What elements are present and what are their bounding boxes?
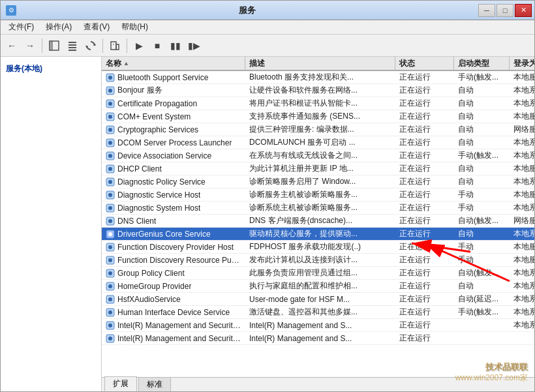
service-startup: 手动(触发... — [454, 149, 510, 162]
table-row[interactable]: Function Discovery Resource Publi...发布此计… — [102, 254, 534, 267]
table-row[interactable]: Bluetooth Support ServiceBluetooth 服务支持发… — [102, 71, 534, 84]
table-row[interactable]: HomeGroup Provider执行与家庭组的配置和维护相...正在运行自动… — [102, 280, 534, 293]
table-row[interactable]: Function Discovery Provider HostFDPHOST … — [102, 241, 534, 254]
service-icon — [106, 99, 115, 108]
tab-standard[interactable]: 标准 — [138, 377, 171, 391]
tree-view-button[interactable] — [64, 37, 81, 54]
service-startup: 自动 — [454, 84, 510, 97]
service-startup — [454, 319, 510, 331]
service-icon — [106, 151, 115, 160]
service-startup: 手动 — [454, 202, 510, 214]
table-row[interactable]: DHCP Client为此计算机注册并更新 IP 地...正在运行自动本地服务 — [102, 162, 534, 175]
table-row[interactable]: Cryptographic Services提供三种管理服务: 编录数据...正… — [102, 123, 534, 136]
service-desc: DNS 客户端服务(dnscache)... — [245, 215, 395, 227]
menu-file[interactable]: 文件(F) — [3, 20, 39, 34]
menu-help[interactable]: 帮助(H) — [116, 20, 153, 34]
service-status: 正在运行 — [395, 149, 454, 162]
service-startup: 自动 — [454, 136, 510, 149]
service-login: 本地系统 — [510, 202, 534, 214]
service-icon — [106, 138, 115, 147]
svg-point-38 — [108, 245, 112, 249]
svg-point-52 — [108, 337, 112, 340]
service-login: 本地系统 — [510, 84, 534, 97]
close-button[interactable]: ✕ — [515, 4, 532, 17]
service-desc: 发布此计算机以及连接到该计... — [245, 254, 395, 266]
restart-button[interactable]: ▮▶ — [185, 37, 202, 54]
table-row[interactable]: DCOM Server Process LauncherDCOMLAUNCH 服… — [102, 136, 534, 149]
title-bar: ⚙ 服务 ─ □ ✕ — [1, 1, 534, 20]
service-login: 本地服务 — [510, 254, 534, 266]
service-startup: 自动 — [454, 228, 510, 240]
table-row[interactable]: Certificate Propagation将用户证书和根证书从智能卡...正… — [102, 97, 534, 110]
stop-button[interactable]: ■ — [149, 37, 166, 54]
service-login: 本地服务 — [510, 71, 534, 83]
service-startup: 自动(触发... — [454, 267, 510, 279]
service-desc: 此服务负责应用管理员通过组... — [245, 267, 395, 279]
table-row[interactable]: Diagnostic Service Host诊断服务主机被诊断策略服务...正… — [102, 188, 534, 202]
show-hide-button[interactable] — [46, 37, 63, 54]
menu-action[interactable]: 操作(A) — [40, 20, 77, 34]
svg-rect-4 — [69, 47, 76, 48]
service-icon — [106, 190, 115, 200]
table-row[interactable]: Diagnostic System Host诊断系统主机被诊断策略服务...正在… — [102, 202, 534, 215]
table-row[interactable]: Group Policy Client此服务负责应用管理员通过组...正在运行自… — [102, 267, 534, 280]
window-title: 服务 — [16, 5, 478, 16]
service-icon — [106, 112, 115, 121]
app-icon: ⚙ — [6, 5, 16, 16]
table-row[interactable]: Bonjour 服务让硬件设备和软件服务在网络...正在运行自动本地系统 — [102, 84, 534, 97]
service-desc: Intel(R) Management and S... — [245, 332, 395, 344]
svg-point-12 — [108, 76, 112, 80]
sidebar: 服务(本地) — [1, 57, 102, 391]
minimize-button[interactable]: ─ — [478, 4, 495, 17]
service-startup: 自动 — [454, 97, 510, 110]
service-name: Group Policy Client — [117, 269, 185, 278]
col-header-login[interactable]: 登录为 — [510, 57, 534, 70]
pause-button[interactable]: ▮▮ — [167, 37, 184, 54]
menu-view[interactable]: 查看(V) — [78, 20, 115, 34]
service-login: 本地系统 — [510, 149, 534, 162]
service-name: DNS Client — [117, 217, 156, 226]
export-button[interactable] — [106, 37, 123, 54]
maximize-button[interactable]: □ — [497, 4, 513, 17]
service-status: 正在运行 — [395, 136, 454, 149]
service-icon — [106, 217, 115, 226]
table-row[interactable]: Diagnostic Policy Service诊断策略服务启用了 Windo… — [102, 175, 534, 188]
table-row[interactable]: COM+ Event System支持系统事件通知服务 (SENS...正在运行… — [102, 110, 534, 123]
play-button[interactable]: ▶ — [130, 37, 147, 54]
table-row[interactable]: Human Interface Device Service激活键盘、遥控器和其… — [102, 306, 534, 319]
svg-rect-5 — [69, 50, 76, 51]
table-row[interactable]: Intel(R) Management and Security ...Inte… — [102, 319, 534, 332]
table-row[interactable]: Device Association Service在系统与有线或无线设备之间.… — [102, 149, 534, 162]
service-status: 正在运行 — [395, 293, 454, 305]
sidebar-item-local[interactable]: 服务(本地) — [3, 62, 99, 76]
service-name: Diagnostic Policy Service — [117, 177, 206, 187]
col-header-name[interactable]: 名称 ▲ — [102, 57, 245, 70]
back-button[interactable]: ← — [3, 37, 20, 54]
service-name: DHCP Client — [117, 164, 162, 173]
service-icon — [106, 204, 115, 213]
col-header-startup[interactable]: 启动类型 — [454, 57, 510, 70]
service-desc: DCOMLAUNCH 服务可启动 ... — [245, 136, 395, 149]
table-row[interactable]: DriverGenius Core Service驱动精灵核心服务，提供驱动..… — [102, 228, 534, 241]
table-row[interactable]: HsfXAudioServiceUser-mode gate for HSF M… — [102, 293, 534, 306]
col-header-desc[interactable]: 描述 — [245, 57, 395, 70]
svg-point-14 — [108, 89, 112, 93]
tab-extended[interactable]: 扩展 — [104, 376, 137, 391]
col-header-status[interactable]: 状态 — [395, 57, 454, 70]
table-row[interactable]: Intel(R) Management and Security ...Inte… — [102, 332, 534, 345]
service-login: 本地系统 — [510, 293, 534, 305]
toolbar: ← → — [1, 35, 534, 57]
refresh-button[interactable] — [82, 37, 99, 54]
service-icon — [106, 73, 115, 82]
service-status: 正在运行 — [395, 71, 454, 83]
service-login: 本地系统 — [510, 280, 534, 292]
sort-arrow-name: ▲ — [123, 60, 129, 67]
service-status: 正在运行 — [395, 175, 454, 188]
service-name: HomeGroup Provider — [117, 282, 191, 291]
service-status: 正在运行 — [395, 202, 454, 214]
forward-button[interactable]: → — [22, 37, 38, 54]
table-row[interactable]: DNS ClientDNS 客户端服务(dnscache)...正在运行自动(触… — [102, 215, 534, 228]
table-body[interactable]: Bluetooth Support ServiceBluetooth 服务支持发… — [102, 71, 534, 377]
service-desc: 提供三种管理服务: 编录数据... — [245, 123, 395, 136]
service-status: 正在运行 — [395, 319, 454, 331]
